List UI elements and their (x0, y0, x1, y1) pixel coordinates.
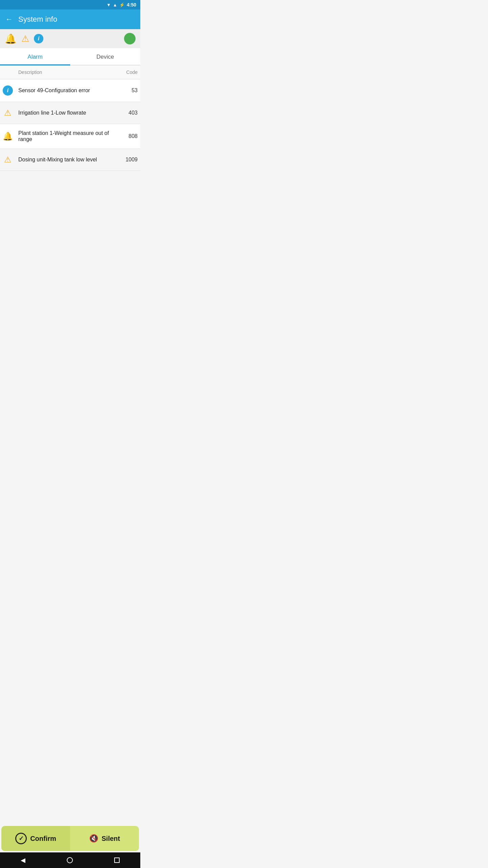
row-code: 808 (117, 124, 140, 149)
table-row: ⚠Dosing unit-Mixing tank low level1009 (0, 149, 140, 171)
tab-device[interactable]: Device (70, 48, 140, 65)
tab-bar: Alarm Device (0, 48, 140, 65)
col-description-header: Description (16, 65, 117, 79)
row-icon-cell: ⚠ (0, 102, 16, 124)
table-row: iSensor 49-Configuration error53 (0, 79, 140, 102)
row-warning-icon: ⚠ (4, 108, 12, 117)
signal-icon: ▲ (113, 2, 117, 7)
page-title: System info (18, 15, 57, 24)
row-code: 1009 (117, 149, 140, 171)
table-header-row: Description Code (0, 65, 140, 79)
battery-icon: ⚡ (119, 2, 125, 7)
back-button[interactable]: ← (5, 15, 13, 24)
row-code: 403 (117, 102, 140, 124)
row-icon-cell: i (0, 79, 16, 102)
row-description: Plant station 1-Weight measure out of ra… (16, 124, 117, 149)
tab-alarm[interactable]: Alarm (0, 48, 70, 65)
row-icon-cell: ⚠ (0, 149, 16, 171)
table-row: 🔔Plant station 1-Weight measure out of r… (0, 124, 140, 149)
icon-bar: 🔔 ⚠ i (0, 29, 140, 48)
info-icon[interactable]: i (34, 34, 43, 43)
table-row: ⚠Irrigation line 1-Low flowrate403 (0, 102, 140, 124)
status-time: 4:50 (127, 2, 136, 7)
row-description: Sensor 49-Configuration error (16, 79, 117, 102)
col-code-header: Code (117, 65, 140, 79)
row-description: Irrigation line 1-Low flowrate (16, 102, 117, 124)
row-code: 53 (117, 79, 140, 102)
bell-icon[interactable]: 🔔 (5, 33, 17, 44)
row-bell-icon: 🔔 (3, 132, 13, 141)
row-description: Dosing unit-Mixing tank low level (16, 149, 117, 171)
warning-icon[interactable]: ⚠ (21, 34, 29, 44)
row-info-icon: i (3, 85, 13, 96)
wifi-icon: ▼ (106, 2, 111, 7)
col-icon-header (0, 65, 16, 79)
status-indicator (124, 33, 136, 44)
alarm-table: Description Code iSensor 49-Configuratio… (0, 65, 140, 171)
row-icon-cell: 🔔 (0, 124, 16, 149)
status-bar: ▼ ▲ ⚡ 4:50 (0, 0, 140, 9)
app-bar: ← System info (0, 9, 140, 29)
row-warning-icon: ⚠ (4, 155, 12, 164)
